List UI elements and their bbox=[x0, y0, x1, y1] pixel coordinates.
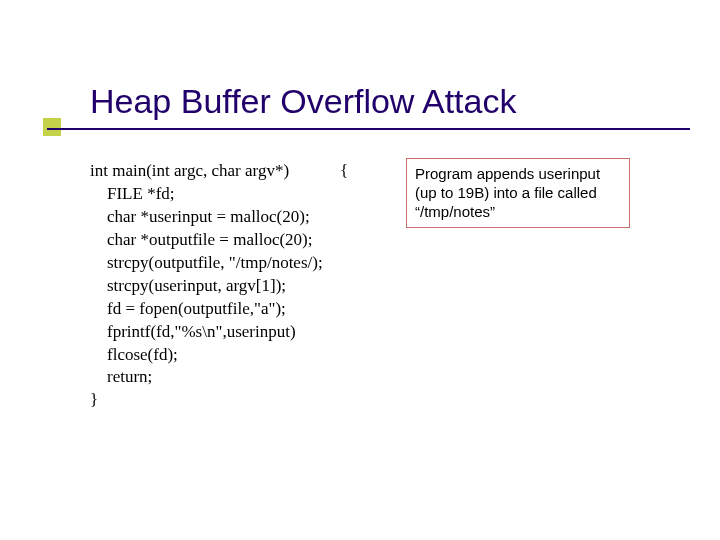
slide-title: Heap Buffer Overflow Attack bbox=[90, 82, 690, 121]
title-area: Heap Buffer Overflow Attack bbox=[90, 82, 690, 121]
code-line: FILE *fd; bbox=[90, 184, 175, 203]
code-line: fprintf(fd,"%s\n",userinput) bbox=[90, 322, 296, 341]
code-line: int main(int argc, char argv*) { bbox=[90, 161, 348, 180]
code-line: return; bbox=[90, 367, 152, 386]
code-line: } bbox=[90, 390, 98, 409]
annotation-text: Program appends userinput (up to 19B) in… bbox=[415, 165, 600, 220]
code-block: int main(int argc, char argv*) { FILE *f… bbox=[90, 160, 348, 412]
annotation-box: Program appends userinput (up to 19B) in… bbox=[406, 158, 630, 228]
code-line: char *userinput = malloc(20); bbox=[90, 207, 310, 226]
code-line: strcpy(outputfile, "/tmp/notes/); bbox=[90, 253, 323, 272]
code-line: char *outputfile = malloc(20); bbox=[90, 230, 313, 249]
code-line: flcose(fd); bbox=[90, 345, 178, 364]
code-line: fd = fopen(outputfile,"a"); bbox=[90, 299, 286, 318]
title-underline bbox=[47, 128, 690, 130]
title-bullet bbox=[43, 118, 61, 136]
code-line: strcpy(userinput, argv[1]); bbox=[90, 276, 286, 295]
